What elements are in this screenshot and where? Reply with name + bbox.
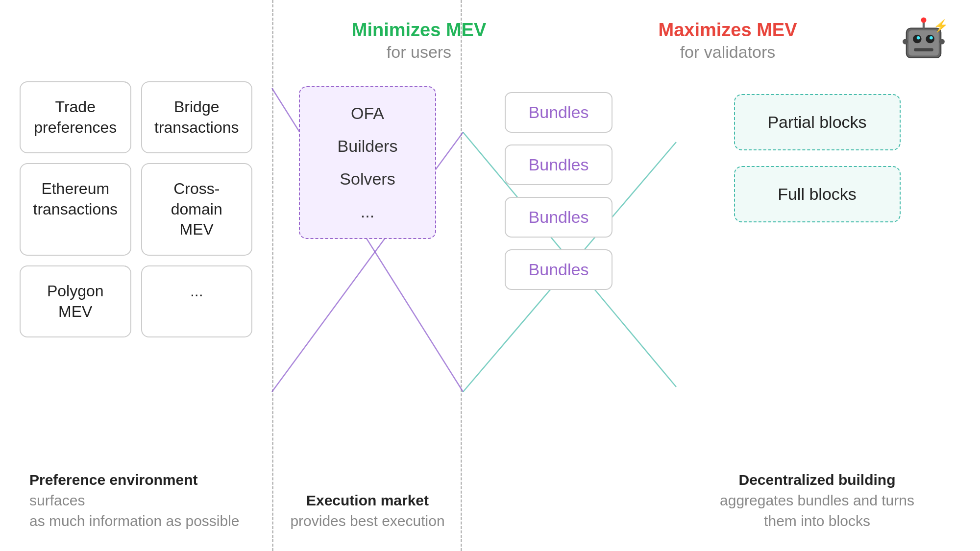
ethereum-transactions-box: Ethereumtransactions: [20, 163, 131, 256]
minimizes-mev-title: Minimizes MEV: [265, 20, 573, 41]
svg-point-4: [917, 36, 920, 40]
label-minimizes-mev: Minimizes MEV for users: [265, 20, 573, 62]
execution-market-highlight: Execution market: [306, 492, 429, 508]
preference-boxes-grid: Tradepreferences Bridgetransactions Ethe…: [20, 81, 252, 337]
robot-icon: ⚡: [897, 15, 951, 69]
maximizes-mev-subtitle: for validators: [573, 43, 882, 62]
bridge-transactions-box: Bridgetransactions: [141, 81, 253, 153]
bundle-box-2: Bundles: [505, 144, 612, 185]
preference-environment-highlight: Preference environment: [29, 472, 197, 488]
builders-item: Builders: [315, 130, 420, 163]
execution-market-description: Execution marketprovides best execution: [280, 476, 454, 551]
bundle-box-3: Bundles: [505, 197, 612, 238]
middle-section: OFA Builders Solvers ... Execution marke…: [272, 72, 463, 551]
svg-rect-6: [914, 48, 933, 51]
bundle-box-1: Bundles: [505, 92, 612, 133]
middle-ellipsis-item: ...: [315, 195, 420, 228]
left-section: Tradepreferences Bridgetransactions Ethe…: [0, 72, 272, 551]
ellipsis-box-left: ...: [141, 265, 253, 337]
content-area: Tradepreferences Bridgetransactions Ethe…: [0, 62, 980, 551]
trade-preferences-box: Tradepreferences: [20, 81, 131, 153]
top-labels: Minimizes MEV for users Maximizes MEV fo…: [0, 0, 980, 62]
solvers-item: Solvers: [315, 163, 420, 195]
preference-environment-muted: surfacesas much information as possible: [29, 492, 240, 529]
svg-point-11: [939, 39, 945, 45]
bundle-box-4: Bundles: [505, 249, 612, 290]
preference-environment-description: Preference environment surfacesas much i…: [20, 455, 252, 551]
execution-market-muted: provides best execution: [290, 513, 444, 529]
decentralized-building-muted: aggregates bundles and turnsthem into bl…: [720, 492, 914, 529]
bundles-section: Bundles Bundles Bundles Bundles: [463, 72, 654, 551]
decentralized-building-highlight: Decentralized building: [738, 472, 895, 488]
cross-domain-mev-box: Cross-domainMEV: [141, 163, 253, 256]
polygon-mev-box: Polygon MEV: [20, 265, 131, 337]
svg-point-8: [921, 18, 927, 23]
partial-blocks-box: Partial blocks: [734, 94, 901, 150]
svg-point-5: [930, 36, 933, 40]
svg-text:⚡: ⚡: [933, 19, 949, 33]
full-blocks-box: Full blocks: [734, 166, 901, 222]
maximizes-mev-title: Maximizes MEV: [573, 20, 882, 41]
main-container: ⚡ Minimizes MEV for users Maximizes MEV …: [0, 0, 980, 551]
svg-point-10: [903, 39, 908, 45]
right-section: Partial blocks Full blocks Decentralized…: [654, 72, 980, 551]
label-maximizes-mev: Maximizes MEV for validators: [573, 20, 882, 62]
ofa-item: OFA: [315, 97, 420, 130]
decentralized-building-description: Decentralized buildingaggregates bundles…: [710, 455, 924, 551]
minimizes-mev-subtitle: for users: [265, 43, 573, 62]
execution-market-box: OFA Builders Solvers ...: [299, 86, 436, 239]
svg-rect-1: [908, 30, 939, 56]
